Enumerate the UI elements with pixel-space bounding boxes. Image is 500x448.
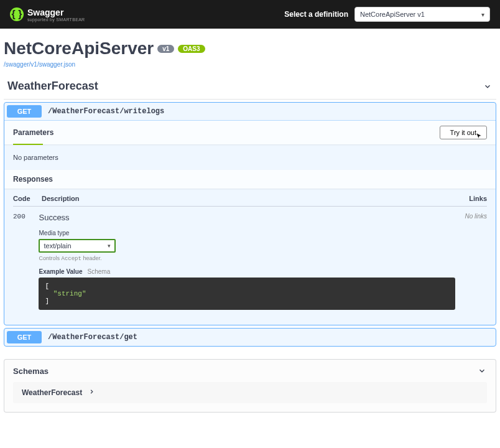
- oas-badge: OAS3: [178, 45, 205, 53]
- definition-selected-value: NetCoreApiServer v1: [360, 11, 425, 18]
- select-definition-label: Select a definition: [284, 10, 348, 19]
- opblock-get-get: GET /WeatherForecast/get: [4, 328, 496, 347]
- brand-name: Swagger: [27, 7, 63, 17]
- operations-section: WeatherForecast GET /WeatherForecast/wri…: [0, 73, 500, 347]
- responses-header: Responses: [4, 170, 496, 189]
- topbar: { } Swagger supported by SMARTBEAR Selec…: [0, 0, 500, 29]
- schema-name: WeatherForecast: [22, 388, 82, 397]
- method-badge-get: GET: [7, 105, 42, 118]
- api-title: NetCoreApiServer: [4, 39, 154, 58]
- tab-schema[interactable]: Schema: [88, 268, 111, 275]
- definition-selector-group: Select a definition NetCoreApiServer v1: [284, 7, 490, 22]
- responses-heading: Responses: [13, 175, 53, 184]
- tag-name: WeatherForecast: [7, 80, 98, 93]
- response-code: 200: [13, 213, 39, 310]
- response-status-text: Success: [39, 213, 455, 222]
- spec-url-link[interactable]: /swagger/v1/swagger.json: [4, 61, 75, 68]
- brand-subtitle: supported by SMARTBEAR: [27, 17, 85, 22]
- response-description: Success Media type text/plain Controls A…: [39, 213, 455, 310]
- parameters-header: Parameters Try it out: [4, 121, 496, 144]
- th-links: Links: [452, 195, 487, 202]
- opblock-body: Parameters Try it out No parameters Resp…: [4, 120, 496, 325]
- chevron-down-icon: [483, 82, 493, 91]
- response-links: No links: [455, 213, 487, 310]
- parameters-heading: Parameters: [13, 128, 53, 137]
- schemas-header[interactable]: Schemas: [4, 360, 496, 382]
- responses-table-head: Code Description Links: [13, 189, 487, 207]
- no-parameters-text: No parameters: [13, 154, 58, 161]
- parameters-tab-underline: [13, 144, 43, 145]
- media-type-select[interactable]: text/plain: [39, 239, 116, 253]
- media-type-selected: text/plain: [44, 242, 71, 250]
- schemas-section: Schemas WeatherForecast: [4, 359, 496, 413]
- chevron-right-icon: [88, 388, 95, 397]
- media-hint: Controls Accept header.: [39, 255, 455, 262]
- operation-path: /WeatherForecast/get: [48, 333, 137, 342]
- api-info: NetCoreApiServer v1 OAS3 /swagger/v1/swa…: [0, 29, 500, 73]
- opblock-get-writelogs: GET /WeatherForecast/writelogs Parameter…: [4, 102, 496, 325]
- th-description: Description: [42, 195, 452, 202]
- tab-example-value[interactable]: Example Value: [39, 268, 82, 275]
- tag-weatherforecast[interactable]: WeatherForecast: [4, 73, 496, 100]
- response-row-200: 200 Success Media type text/plain Contro…: [13, 207, 487, 316]
- swagger-logo-icon: { }: [10, 7, 24, 21]
- responses-body: Code Description Links 200 Success Media…: [4, 189, 496, 325]
- api-version-badge: v1: [157, 45, 174, 53]
- media-type-label: Media type: [39, 230, 455, 236]
- try-it-out-button[interactable]: Try it out: [440, 126, 487, 139]
- opblock-summary[interactable]: GET /WeatherForecast/get: [4, 329, 496, 346]
- logo: { } Swagger supported by SMARTBEAR: [10, 7, 85, 22]
- th-code: Code: [13, 195, 42, 202]
- definition-select[interactable]: NetCoreApiServer v1: [354, 7, 490, 22]
- schemas-heading: Schemas: [13, 366, 49, 376]
- parameters-body: No parameters: [4, 145, 496, 170]
- chevron-down-icon: [477, 366, 487, 376]
- example-code-block: [ "string" ]: [39, 278, 455, 310]
- example-tabs: Example Value Schema: [39, 268, 455, 275]
- schema-item-weatherforecast[interactable]: WeatherForecast: [13, 382, 487, 403]
- operation-path: /WeatherForecast/writelogs: [48, 107, 164, 116]
- opblock-summary[interactable]: GET /WeatherForecast/writelogs: [4, 103, 496, 120]
- method-badge-get: GET: [7, 331, 42, 343]
